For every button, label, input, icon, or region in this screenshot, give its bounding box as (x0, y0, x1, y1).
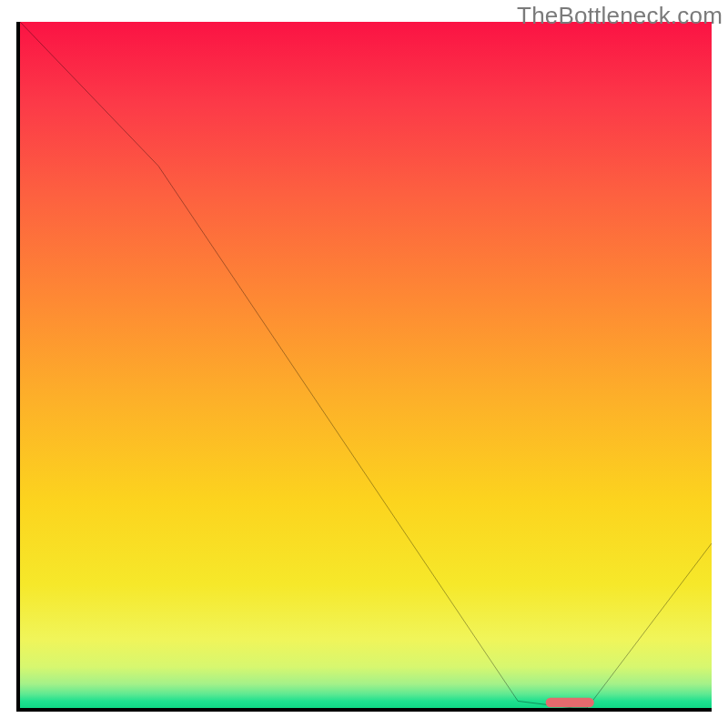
data-curve (20, 22, 712, 708)
plot-area (16, 22, 712, 712)
highlight-marker (546, 698, 594, 708)
chart-overlay (20, 22, 712, 708)
chart-container: TheBottleneck.com (0, 0, 728, 728)
watermark-text: TheBottleneck.com (517, 2, 723, 30)
